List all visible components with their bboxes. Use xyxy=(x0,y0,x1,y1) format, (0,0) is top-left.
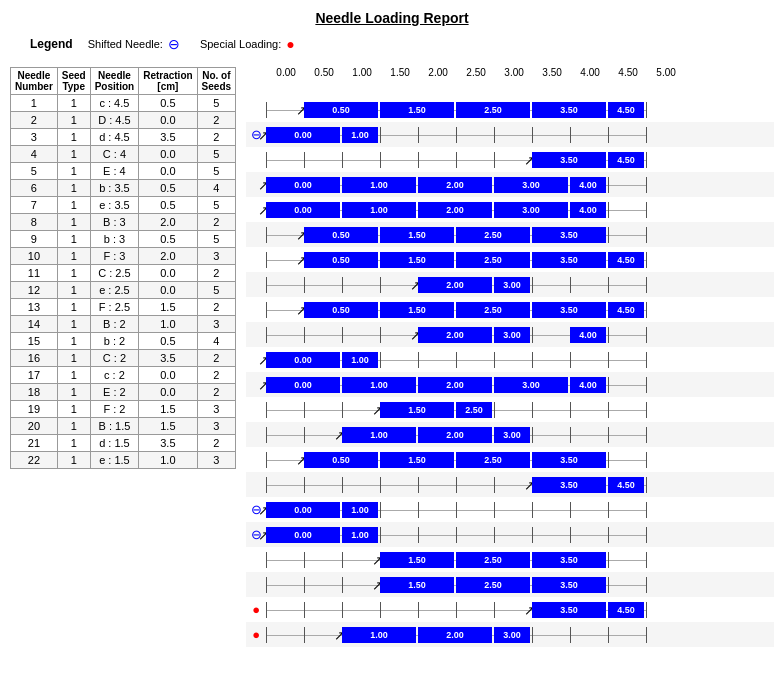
cell-no-seeds: 2 xyxy=(197,367,235,384)
seed-bar: 1.00 xyxy=(342,527,378,543)
chart-row: ↗0.001.00 xyxy=(246,347,774,372)
tick-mark xyxy=(646,377,647,393)
tick-mark xyxy=(608,402,609,418)
cell-needle-pos: c : 2 xyxy=(90,367,138,384)
tick-mark xyxy=(646,427,647,443)
table-row: 15 1 b : 2 0.5 4 xyxy=(11,333,236,350)
tick-mark xyxy=(494,602,495,618)
cell-needle-pos: b : 3 xyxy=(90,231,138,248)
tick-mark xyxy=(418,352,419,368)
tick-mark xyxy=(532,352,533,368)
cell-seed-type: 1 xyxy=(57,435,90,452)
seed-bar: 0.50 xyxy=(304,102,378,118)
seed-bar: 3.00 xyxy=(494,277,530,293)
seed-bar: 1.50 xyxy=(380,452,454,468)
chart-row: ↗3.504.50 xyxy=(246,472,774,497)
cell-needle-num: 9 xyxy=(11,231,58,248)
seed-bar: 0.50 xyxy=(304,302,378,318)
legend-shifted-item: Shifted Needle: ⊖ xyxy=(88,36,180,52)
tick-mark xyxy=(494,127,495,143)
tick-mark xyxy=(418,602,419,618)
tick-mark xyxy=(608,427,609,443)
tick-mark xyxy=(266,152,267,168)
chart-row: ↗1.502.503.50 xyxy=(246,572,774,597)
chart-row: ↗1.502.50 xyxy=(246,397,774,422)
tick-mark xyxy=(266,277,267,293)
cell-seed-type: 1 xyxy=(57,197,90,214)
cell-needle-pos: B : 3 xyxy=(90,214,138,231)
cell-needle-num: 17 xyxy=(11,367,58,384)
seed-bar: 2.00 xyxy=(418,427,492,443)
cell-no-seeds: 3 xyxy=(197,452,235,469)
cell-seed-type: 1 xyxy=(57,299,90,316)
tick-mark xyxy=(646,327,647,343)
seed-bar: 1.50 xyxy=(380,227,454,243)
tick-mark xyxy=(304,152,305,168)
tick-mark xyxy=(532,427,533,443)
tick-mark xyxy=(304,277,305,293)
cell-seed-type: 1 xyxy=(57,265,90,282)
seed-bar: 3.50 xyxy=(532,152,606,168)
tick-mark xyxy=(418,477,419,493)
cell-no-seeds: 3 xyxy=(197,248,235,265)
cell-needle-pos: B : 2 xyxy=(90,316,138,333)
seed-bar: 1.00 xyxy=(342,352,378,368)
chart-row: ↗0.501.502.503.50 xyxy=(246,222,774,247)
tick-mark xyxy=(304,402,305,418)
col-needle-number: NeedleNumber xyxy=(11,68,58,95)
chart-section: 0.000.501.001.502.002.503.003.504.004.50… xyxy=(246,67,774,647)
cell-seed-type: 1 xyxy=(57,248,90,265)
table-row: 2 1 D : 4.5 0.0 2 xyxy=(11,112,236,129)
tick-mark xyxy=(532,127,533,143)
row-track: ↗2.003.004.00 xyxy=(266,325,646,345)
tick-mark xyxy=(494,527,495,543)
tick-mark xyxy=(380,152,381,168)
tick-mark xyxy=(456,352,457,368)
table-row: 19 1 F : 2 1.5 3 xyxy=(11,401,236,418)
cell-needle-num: 20 xyxy=(11,418,58,435)
seed-bar: 0.00 xyxy=(266,202,340,218)
cell-retraction: 0.5 xyxy=(139,231,197,248)
chart-row: ↗0.001.002.003.004.00 xyxy=(246,197,774,222)
legend-shifted-icon: ⊖ xyxy=(168,36,180,52)
scale-label: 5.00 xyxy=(656,67,675,78)
tick-mark xyxy=(304,552,305,568)
cell-needle-num: 11 xyxy=(11,265,58,282)
seed-bar: 4.50 xyxy=(608,152,644,168)
chart-row: ↗2.003.00 xyxy=(246,272,774,297)
tick-mark xyxy=(342,327,343,343)
legend: Legend Shifted Needle: ⊖ Special Loading… xyxy=(10,36,774,52)
scale-label: 0.00 xyxy=(276,67,295,78)
tick-mark xyxy=(646,277,647,293)
page: Needle Loading Report Legend Shifted Nee… xyxy=(0,0,784,695)
tick-mark xyxy=(380,527,381,543)
table-row: 14 1 B : 2 1.0 3 xyxy=(11,316,236,333)
seed-bar: 3.50 xyxy=(532,227,606,243)
cell-no-seeds: 2 xyxy=(197,129,235,146)
tick-mark xyxy=(342,477,343,493)
col-needle-position: NeedlePosition xyxy=(90,68,138,95)
tick-mark xyxy=(608,127,609,143)
tick-mark xyxy=(570,127,571,143)
seed-bar: 1.50 xyxy=(380,552,454,568)
table-row: 12 1 e : 2.5 0.0 5 xyxy=(11,282,236,299)
row-track: ↗1.502.503.50 xyxy=(266,550,646,570)
cell-retraction: 3.5 xyxy=(139,350,197,367)
table-row: 18 1 E : 2 0.0 2 xyxy=(11,384,236,401)
seed-bar: 4.50 xyxy=(608,302,644,318)
table-row: 4 1 C : 4 0.0 5 xyxy=(11,146,236,163)
chart-row: ↗0.001.002.003.004.00 xyxy=(246,372,774,397)
chart-row: ⊖↗0.001.00 xyxy=(246,497,774,522)
legend-shifted-label: Shifted Needle: xyxy=(88,38,163,50)
cell-needle-pos: c : 4.5 xyxy=(90,95,138,112)
table-row: 11 1 C : 2.5 0.0 2 xyxy=(11,265,236,282)
seed-bar: 2.50 xyxy=(456,452,530,468)
cell-no-seeds: 3 xyxy=(197,401,235,418)
tick-mark xyxy=(608,577,609,593)
row-track: ↗1.502.50 xyxy=(266,400,646,420)
cell-needle-pos: E : 4 xyxy=(90,163,138,180)
cell-needle-pos: F : 3 xyxy=(90,248,138,265)
row-track: ↗0.001.00 xyxy=(266,525,646,545)
tick-mark xyxy=(342,402,343,418)
table-row: 20 1 B : 1.5 1.5 3 xyxy=(11,418,236,435)
